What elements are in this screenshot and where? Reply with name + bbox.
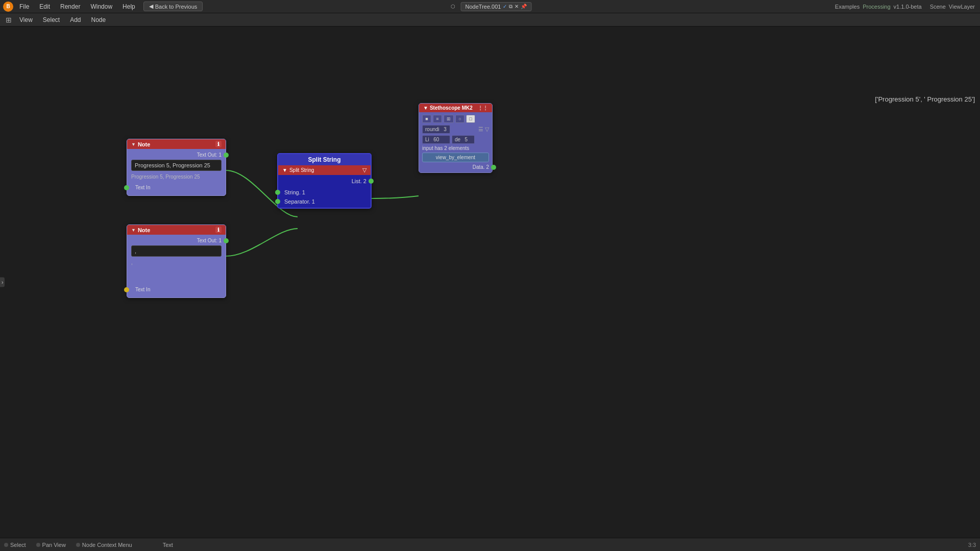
nav-node[interactable]: Node — [87, 15, 110, 24]
bottom-context-menu-label: Node Context Menu — [82, 542, 132, 548]
note2-input[interactable] — [131, 245, 222, 257]
bottom-select-label: Select — [10, 542, 26, 548]
stetho-filter-icon[interactable]: ☰ — [478, 126, 483, 133]
bottom-pan-dot — [36, 543, 40, 547]
node-tree-close-icon[interactable]: ✕ — [514, 4, 519, 9]
stetho-round-value: 3 — [444, 127, 447, 132]
note1-text-out-label: Text Out: 1 — [197, 152, 222, 158]
stetho-funnel-icon[interactable]: ▽ — [485, 126, 489, 133]
bottom-text-item: Text — [163, 542, 173, 548]
stethoscope-grip-icon: ⋮⋮ — [478, 105, 488, 111]
stethoscope-view-button[interactable]: view_by_element — [422, 153, 489, 162]
menu-help[interactable]: Help — [118, 2, 139, 11]
note-node-2-header-left: ▼ Note — [131, 227, 150, 233]
stetho-btn-square[interactable]: ■ — [422, 115, 431, 123]
split-string-string-in-label: String. 1 — [284, 189, 305, 195]
expand-panel-button[interactable]: › — [0, 278, 5, 287]
menu-edit[interactable]: Edit — [35, 2, 54, 11]
note2-text-in-label: Text In — [135, 287, 150, 292]
bottom-version: 3:3 — [968, 542, 976, 548]
note1-collapse-icon[interactable]: ▼ — [131, 142, 136, 147]
top-bar-right: Examples Processing v1.1.0-beta Scene Vi… — [835, 4, 980, 10]
stetho-de-input[interactable]: de 5 — [452, 135, 475, 144]
version-label: v1.1.0-beta — [894, 4, 922, 10]
note2-text-out-socket — [224, 238, 229, 243]
split-string-collapse-icon[interactable]: ▼ — [282, 167, 287, 173]
stethoscope-title: Stethoscope MK2 — [430, 105, 473, 111]
note-node-2-header: ▼ Note ℹ — [127, 225, 226, 235]
stetho-de-label: de — [455, 137, 460, 142]
nav-select[interactable]: Select — [39, 15, 64, 24]
split-string-sub-title: Split String — [289, 167, 314, 173]
bottom-bar: Select Pan View Node Context Menu Text 3… — [0, 538, 980, 551]
nav-add[interactable]: Add — [66, 15, 85, 24]
top-bar: B File Edit Render Window Help ◀ Back to… — [0, 0, 980, 13]
split-string-body: List. 2 String. 1 Separator. 1 — [278, 175, 371, 208]
stetho-btn-grid[interactable]: ⊞ — [444, 115, 454, 123]
stetho-btn-list[interactable]: ≡ — [433, 115, 442, 123]
note2-text-out-label: Text Out: 1 — [197, 238, 222, 243]
blender-logo: B — [3, 2, 13, 12]
stetho-li-label: Li — [425, 137, 429, 142]
top-bar-center: ⬡ NodeTree.001 ✓ ⧉ ✕ 📌 — [449, 2, 532, 11]
bottom-select-item: Select — [4, 542, 26, 548]
menu-render[interactable]: Render — [56, 2, 84, 11]
note1-display-text: Progression 5, Progression 25 — [131, 173, 222, 181]
note1-body: Text Out: 1 Progression 5, Progression 2… — [127, 149, 226, 195]
nav-view[interactable]: View — [15, 15, 37, 24]
view-layer-label[interactable]: ViewLayer — [949, 4, 975, 10]
note-node-2: ▼ Note ℹ Text Out: 1 , Text In — [127, 224, 226, 298]
node-tree-check-icon: ✓ — [503, 4, 507, 9]
output-text-display: ['Progression 5', ' Progression 25'] — [875, 95, 975, 103]
note2-text-out-row: Text Out: 1 — [131, 238, 222, 243]
note2-info-button[interactable]: ℹ — [215, 227, 222, 233]
stetho-btn-circle[interactable]: ○ — [455, 115, 464, 123]
node-tree-copy-icon: ⧉ — [509, 4, 512, 10]
note1-text-out-row: Text Out: 1 — [131, 152, 222, 158]
note-node-1-header: ▼ Note ℹ — [127, 139, 226, 149]
note1-text-in-label: Text In — [135, 185, 150, 190]
bottom-pan-view-label: Pan View — [42, 542, 66, 548]
note2-body: Text Out: 1 , Text In — [127, 235, 226, 297]
node-tree-selector[interactable]: NodeTree.001 ✓ ⧉ ✕ 📌 — [461, 2, 532, 11]
note1-input[interactable] — [131, 160, 222, 171]
note1-text-in-row: Text In — [131, 185, 222, 190]
stethoscope-toolbar: ■ ≡ ⊞ ○ □ — [422, 115, 489, 123]
stetho-li-value: 60 — [433, 137, 439, 142]
node-editor-canvas[interactable]: › ▼ Note ℹ Text Out: 1 Progression 5, Pr… — [0, 27, 980, 538]
node-tree-pin-icon[interactable]: 📌 — [521, 4, 527, 9]
stetho-de-value: 5 — [464, 137, 468, 142]
stethoscope-body: ■ ≡ ⊞ ○ □ roundi 3 ☰ ▽ Li — [419, 112, 492, 172]
bottom-text-label: Text — [163, 542, 173, 548]
stetho-li-input[interactable]: Li 60 — [422, 135, 450, 144]
note2-collapse-icon[interactable]: ▼ — [131, 228, 136, 233]
bottom-context-dot — [76, 543, 80, 547]
split-string-filter-icon[interactable]: ▽ — [362, 167, 366, 173]
stetho-round-input[interactable]: roundi 3 — [422, 125, 450, 134]
split-string-list-out-label: List. 2 — [352, 178, 366, 184]
stethoscope-data-label: Data. 2 — [473, 164, 489, 170]
stethoscope-li-de-row: Li 60 de 5 — [422, 135, 489, 144]
bottom-select-dot — [4, 543, 8, 547]
split-string-separator-label: Separator. 1 — [284, 198, 315, 205]
stethoscope-data-socket — [491, 165, 496, 170]
back-to-previous-button[interactable]: ◀ Back to Previous — [143, 2, 203, 11]
note2-display-text: , — [131, 259, 222, 266]
stethoscope-header: ▼ Stethoscope MK2 ⋮⋮ — [419, 104, 492, 112]
editor-type-icon[interactable]: ⊞ — [4, 15, 13, 24]
stethoscope-data-row: Data. 2 — [422, 164, 489, 170]
menu-window[interactable]: Window — [86, 2, 116, 11]
bottom-context-menu-item: Node Context Menu — [76, 542, 132, 548]
note1-info-button[interactable]: ℹ — [215, 141, 222, 147]
note2-text-in-row: Text In — [131, 287, 222, 292]
scene-label[interactable]: Scene — [930, 4, 946, 10]
stethoscope-round-row: roundi 3 ☰ ▽ — [422, 125, 489, 134]
menu-file[interactable]: File — [15, 2, 33, 11]
node-editor-icon: ⬡ — [449, 2, 458, 11]
note1-text-out-socket — [224, 153, 229, 158]
note2-text-in-socket — [124, 287, 129, 292]
stethoscope-collapse-icon[interactable]: ▼ — [423, 105, 428, 111]
examples-label[interactable]: Examples — [835, 4, 860, 10]
note1-text-in-socket — [124, 185, 129, 190]
stetho-btn-white[interactable]: □ — [466, 115, 475, 123]
